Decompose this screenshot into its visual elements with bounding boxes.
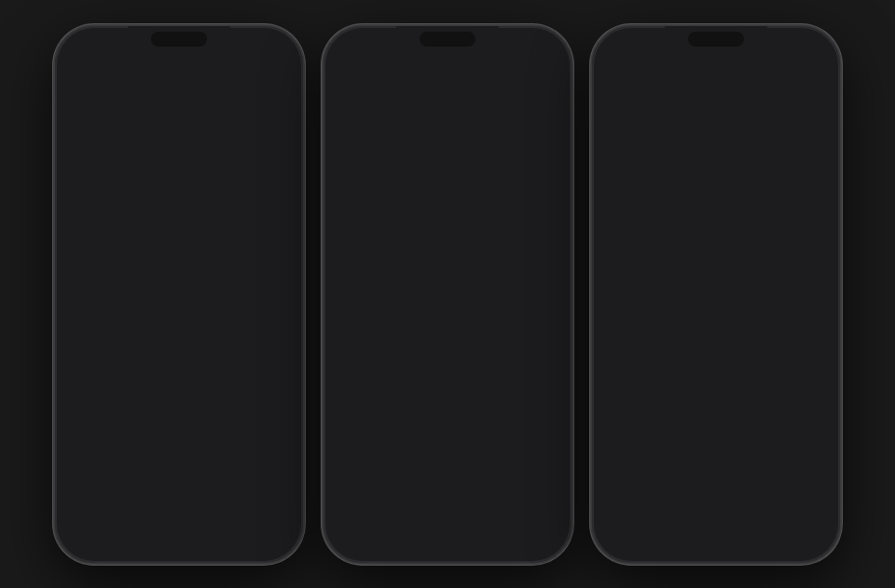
- amex-avatar: A: [605, 282, 635, 312]
- section-letter-a: A: [592, 147, 840, 167]
- itunes-chevron: ›: [280, 118, 284, 133]
- betterhealth-domain: betterhealth.com —: [644, 230, 762, 245]
- status-bar-3: 12:33 ▲ ▮: [592, 26, 840, 58]
- icloud-label: iCloud: [378, 225, 539, 240]
- list-item-mail[interactable]: ✉️ Mail ›: [61, 244, 297, 285]
- att-domain: att.com —: [644, 384, 814, 399]
- reminders-label: Reminders: [109, 420, 270, 436]
- list-item-autofill[interactable]: 🔵 AutoFill Passwords: [329, 157, 566, 198]
- settings-list-1[interactable]: 🅰 iTunes & App Store › 💳 Wallet & Apple …: [55, 99, 303, 563]
- list-item-icloud[interactable]: ☁ iCloud iCloud Drive, Mail, Contacts, C…: [329, 224, 566, 265]
- list-item-add-account[interactable]: Add Account ›: [329, 347, 566, 388]
- search-placeholder: Search: [641, 117, 682, 132]
- list-item-reminders[interactable]: ⚪ Reminders ›: [61, 408, 297, 449]
- autofill-icon: 🔵: [342, 164, 368, 190]
- blinkist-sub: app.blinkist.com and 1 more ⚠: [644, 467, 814, 480]
- bpt-info: bpt.me — m.bpt.me ⚠: [644, 500, 814, 528]
- list-item-fetch[interactable]: Fetch New Data Push ›: [329, 408, 566, 449]
- list-item-wallet[interactable]: 💳 Wallet & Apple Pay ›: [61, 147, 297, 188]
- fetch-value: Push: [503, 420, 535, 436]
- password-list[interactable]: A a amazon.com — smile.amazon.com and 1 …: [592, 147, 840, 563]
- phone-icon: 📞: [74, 497, 100, 523]
- phone-2: 12:33 ▲ ▮ ‹ Settings: [322, 24, 573, 565]
- battery-icon-3: ▮: [818, 39, 823, 51]
- battery-icon-2: ▮: [549, 39, 555, 51]
- gmail-icon: G: [342, 312, 368, 338]
- status-time-3: 12:33: [609, 38, 640, 52]
- pw-item-blinkist[interactable]: B blinkist.com — app.blinkist.com and 1 …: [592, 443, 840, 491]
- autofill-toggle[interactable]: [512, 165, 553, 189]
- wifi-icon-2: ▲: [535, 40, 545, 51]
- add-account-label: Add Account: [342, 359, 539, 375]
- wallet-label: Wallet & Apple Pay: [109, 159, 270, 175]
- list-item-website-passwords[interactable]: 🔑 Website & App Passwords 149 ›: [331, 108, 564, 149]
- website-passwords-icon: 🔑: [344, 116, 370, 142]
- nav-title-1: Settings: [147, 68, 210, 87]
- password-search[interactable]: 🔍 Search: [611, 110, 821, 140]
- calendar-label: Calendar: [109, 338, 270, 354]
- apple-avatar: 🍎: [605, 335, 635, 364]
- att-info: att.com — m.att.com and 1 more: [644, 384, 814, 412]
- bpt-sub: m.bpt.me ⚠: [644, 515, 814, 528]
- mail-label: Mail: [109, 256, 270, 272]
- back-button-2[interactable]: ‹ Settings: [333, 69, 391, 86]
- passwords-accounts-list[interactable]: 🔑 Website & App Passwords 149 › 🔵 AutoFi…: [324, 99, 571, 563]
- back-label-2: Settings: [340, 70, 391, 86]
- pw-item-bpt[interactable]: B bpt.me — m.bpt.me ⚠ ›: [592, 491, 840, 540]
- calendar-icon: 📅: [74, 333, 100, 359]
- me-label: Me: [378, 271, 539, 287]
- amazon-info: amazon.com — smile.amazon.com and 1 more: [652, 179, 806, 207]
- list-item-contacts[interactable]: 👥 Contacts ›: [61, 285, 297, 326]
- list-item-passwords[interactable]: 🔑 Passwords & Accounts ›: [62, 196, 296, 237]
- section-letter-c: C: [592, 540, 840, 559]
- cancel-button-3[interactable]: Cancel: [787, 70, 831, 86]
- contacts-icon: 👥: [74, 292, 100, 318]
- back-button-3[interactable]: ‹ Accounts: [601, 69, 667, 86]
- website-passwords-chevron: ›: [546, 121, 551, 136]
- reminders-icon: ⚪: [74, 415, 100, 441]
- mail-icon: ✉️: [74, 251, 100, 277]
- alphabet-index[interactable]: ABC DEF GHI JKL MNO PQR STU VWX YZ#: [831, 222, 838, 503]
- bpt-avatar: B: [605, 499, 635, 529]
- back-label-3: Accounts: [609, 70, 667, 86]
- accounts-section-header: ACCOUNTS: [324, 198, 571, 224]
- list-item-notes[interactable]: 📝 Notes ›: [61, 367, 297, 408]
- me-icon: M: [342, 271, 368, 297]
- list-item-phone[interactable]: 📞 Phone ›: [61, 490, 297, 531]
- passwords-highlighted-container: 🔑 Passwords & Accounts ›: [61, 194, 297, 239]
- apple-info: apple.com — idmsa.apple.com and 3 more: [644, 335, 814, 363]
- pw-item-amex[interactable]: A americanexpress.com — online.americane…: [592, 269, 840, 326]
- icloud-sub: iCloud Drive, Mail, Contacts, Calendars …: [378, 240, 539, 263]
- nav-bar-3: ‹ Accounts Passwords Cancel: [592, 58, 840, 99]
- me-sub: Mail: [378, 287, 539, 298]
- signal-icon: [249, 41, 263, 50]
- pw-item-att[interactable]: A att.com — m.att.com and 1 more ›: [592, 375, 840, 423]
- status-time-1: 12:33: [72, 38, 103, 52]
- blinkist-domain: blinkist.com —: [644, 452, 814, 467]
- att-avatar: A: [605, 383, 635, 413]
- toggle-knob: [530, 167, 551, 187]
- section-letter-b: B: [592, 423, 840, 443]
- list-item-messages[interactable]: 💬 Messages ›: [61, 531, 297, 563]
- status-bar-2: 12:33 ▲ ▮: [324, 26, 571, 58]
- pw-item-amazon[interactable]: a amazon.com — smile.amazon.com and 1 mo…: [599, 169, 833, 217]
- list-item-me[interactable]: M Me Mail ›: [329, 265, 566, 306]
- list-item-itunes[interactable]: 🅰 iTunes & App Store ›: [61, 106, 297, 147]
- wifi-icon: ▲: [267, 40, 277, 51]
- list-item-gmail[interactable]: G Gmail Mail ›: [329, 306, 566, 347]
- back-arrow-icon-2: ‹: [333, 69, 338, 86]
- autofill-label: AutoFill Passwords: [378, 169, 503, 185]
- list-item-voicememos[interactable]: 🎙 Voice Memos ›: [61, 449, 297, 490]
- amazon-highlighted: a amazon.com — smile.amazon.com and 1 mo…: [598, 167, 834, 219]
- list-item-calendar[interactable]: 📅 Calendar ›: [61, 326, 297, 367]
- signal-icon-2: [517, 41, 531, 50]
- amazon-avatar: a: [613, 178, 642, 208]
- pw-item-cb2[interactable]: C cb2.com — www.cb2.com ›: [592, 559, 840, 563]
- battery-icon: ▮: [281, 39, 286, 51]
- amex-info: americanexpress.com — online.americanexp…: [644, 277, 814, 318]
- notes-icon: 📝: [74, 374, 100, 400]
- pw-item-apple[interactable]: 🍎 apple.com — idmsa.apple.com and 3 more…: [592, 326, 840, 375]
- wallet-chevron: ›: [280, 160, 284, 175]
- website-passwords-label: Website & App Passwords: [379, 113, 501, 144]
- itunes-icon: 🅰: [74, 113, 100, 139]
